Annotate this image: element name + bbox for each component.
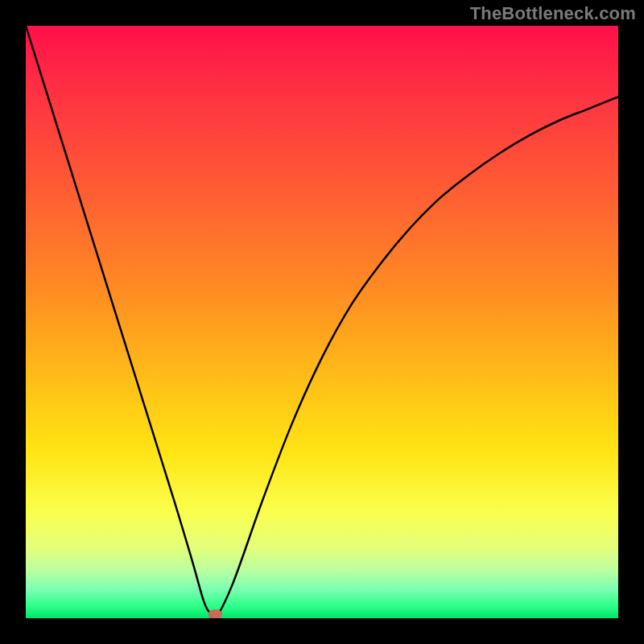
plot-area [26, 26, 618, 618]
chart-frame: TheBottleneck.com [0, 0, 644, 644]
attribution-label: TheBottleneck.com [470, 3, 636, 24]
curve-layer [26, 26, 618, 618]
bottleneck-curve [26, 26, 618, 618]
